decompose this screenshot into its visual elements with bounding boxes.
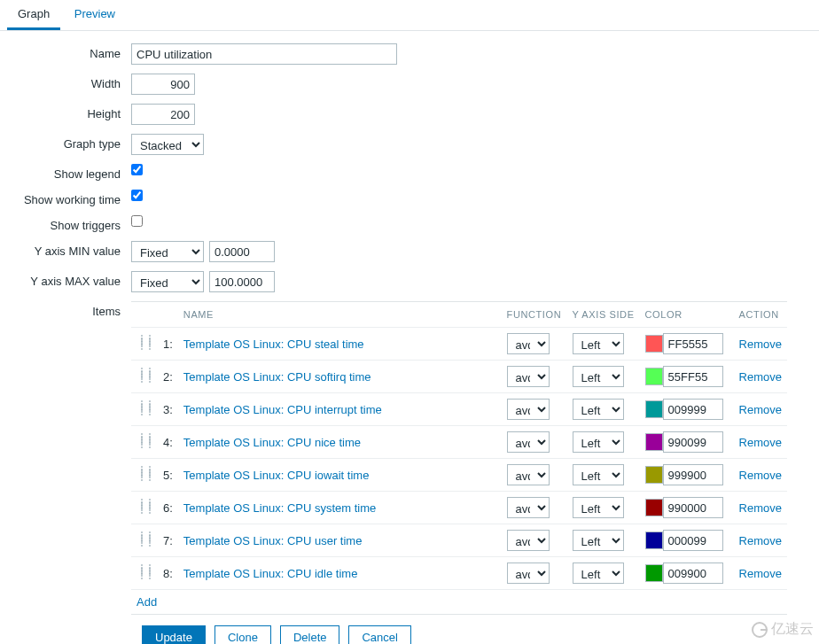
button-bar: Update Clone Delete Cancel — [0, 625, 819, 644]
color-swatch[interactable] — [645, 531, 663, 549]
color-swatch[interactable] — [645, 499, 663, 516]
label-name: Name — [0, 43, 131, 60]
yaxis-side-select[interactable]: Left — [573, 497, 624, 518]
remove-link[interactable]: Remove — [739, 436, 782, 449]
drag-handle-icon[interactable]: ⋮⋮⋮⋮⋮⋮ — [131, 524, 158, 557]
table-row: ⋮⋮⋮⋮⋮⋮8:Template OS Linux: CPU idle time… — [131, 557, 787, 590]
item-name-link[interactable]: Template OS Linux: CPU interrupt time — [183, 403, 382, 416]
add-item-link[interactable]: Add — [136, 595, 157, 609]
yaxis-side-select[interactable]: Left — [573, 366, 624, 387]
item-index: 1: — [158, 328, 178, 361]
item-name-link[interactable]: Template OS Linux: CPU system time — [183, 501, 376, 515]
tab-graph[interactable]: Graph — [7, 0, 60, 30]
label-show-legend: Show legend — [0, 164, 131, 181]
color-field[interactable] — [663, 333, 723, 354]
remove-link[interactable]: Remove — [739, 338, 782, 351]
color-swatch[interactable] — [645, 400, 663, 418]
color-field[interactable] — [663, 530, 723, 551]
cancel-button[interactable]: Cancel — [348, 625, 410, 644]
y-min-value-field[interactable] — [209, 241, 275, 262]
function-select[interactable]: avg — [507, 431, 550, 453]
remove-link[interactable]: Remove — [739, 501, 782, 515]
yaxis-side-select[interactable]: Left — [573, 530, 624, 551]
function-select[interactable]: avg — [507, 563, 550, 584]
header-function: FUNCTION — [502, 302, 567, 328]
yaxis-side-select[interactable]: Left — [573, 431, 624, 453]
yaxis-side-select[interactable]: Left — [573, 399, 624, 420]
remove-link[interactable]: Remove — [739, 469, 782, 482]
label-width: Width — [0, 74, 131, 90]
item-name-link[interactable]: Template OS Linux: CPU iowait time — [183, 469, 370, 482]
items-table-wrap: NAME FUNCTION Y AXIS SIDE COLOR ACTION ⋮… — [131, 301, 787, 615]
label-y-min: Y axis MIN value — [0, 241, 131, 258]
color-swatch[interactable] — [645, 433, 663, 451]
show-working-time-checkbox[interactable] — [131, 190, 143, 201]
item-name-link[interactable]: Template OS Linux: CPU softirq time — [183, 370, 371, 384]
drag-handle-icon[interactable]: ⋮⋮⋮⋮⋮⋮ — [131, 557, 158, 590]
drag-handle-icon[interactable]: ⋮⋮⋮⋮⋮⋮ — [131, 328, 158, 361]
delete-button[interactable]: Delete — [280, 625, 340, 644]
color-field[interactable] — [663, 399, 723, 420]
remove-link[interactable]: Remove — [739, 370, 782, 384]
color-swatch[interactable] — [645, 335, 663, 353]
tab-preview[interactable]: Preview — [64, 0, 126, 27]
drag-handle-icon[interactable]: ⋮⋮⋮⋮⋮⋮ — [131, 459, 158, 492]
color-swatch[interactable] — [645, 564, 663, 582]
drag-handle-icon[interactable]: ⋮⋮⋮⋮⋮⋮ — [131, 361, 158, 393]
function-select[interactable]: avg — [507, 333, 550, 354]
color-field[interactable] — [663, 497, 723, 518]
item-index: 7: — [158, 524, 178, 557]
header-action: ACTION — [734, 302, 787, 328]
items-table: NAME FUNCTION Y AXIS SIDE COLOR ACTION ⋮… — [131, 302, 787, 614]
function-select[interactable]: avg — [507, 497, 550, 518]
width-field[interactable] — [131, 74, 195, 95]
yaxis-side-select[interactable]: Left — [573, 464, 624, 485]
color-swatch[interactable] — [645, 466, 663, 484]
height-field[interactable] — [131, 104, 195, 125]
show-legend-checkbox[interactable] — [131, 164, 143, 175]
color-field[interactable] — [663, 464, 723, 485]
update-button[interactable]: Update — [142, 625, 206, 644]
clone-button[interactable]: Clone — [214, 625, 271, 644]
color-field[interactable] — [663, 431, 723, 453]
remove-link[interactable]: Remove — [739, 403, 782, 416]
remove-link[interactable]: Remove — [739, 567, 782, 580]
function-select[interactable]: avg — [507, 530, 550, 551]
graph-form: Name Width Height Graph type Stacked Sho… — [0, 31, 819, 644]
yaxis-side-select[interactable]: Left — [573, 333, 624, 354]
table-row: ⋮⋮⋮⋮⋮⋮4:Template OS Linux: CPU nice time… — [131, 426, 787, 459]
color-swatch[interactable] — [645, 368, 663, 385]
graph-type-select[interactable]: Stacked — [131, 134, 204, 155]
color-field[interactable] — [663, 563, 723, 584]
color-field[interactable] — [663, 366, 723, 387]
item-name-link[interactable]: Template OS Linux: CPU nice time — [183, 436, 361, 449]
item-index: 8: — [158, 557, 178, 590]
show-triggers-checkbox[interactable] — [131, 215, 143, 227]
table-row: ⋮⋮⋮⋮⋮⋮1:Template OS Linux: CPU steal tim… — [131, 328, 787, 361]
function-select[interactable]: avg — [507, 366, 550, 387]
function-select[interactable]: avg — [507, 464, 550, 485]
function-select[interactable]: avg — [507, 399, 550, 420]
item-index: 5: — [158, 459, 178, 492]
item-name-link[interactable]: Template OS Linux: CPU user time — [183, 534, 363, 547]
tab-bar: Graph Preview — [0, 0, 819, 31]
label-height: Height — [0, 104, 131, 120]
remove-link[interactable]: Remove — [739, 534, 782, 547]
y-min-mode-select[interactable]: Fixed — [131, 241, 204, 262]
yaxis-side-select[interactable]: Left — [573, 563, 624, 584]
watermark-icon — [752, 622, 768, 638]
y-max-mode-select[interactable]: Fixed — [131, 271, 204, 292]
drag-handle-icon[interactable]: ⋮⋮⋮⋮⋮⋮ — [131, 426, 158, 459]
watermark: 亿速云 — [752, 620, 814, 639]
label-y-max: Y axis MAX value — [0, 271, 131, 288]
label-graph-type: Graph type — [0, 134, 131, 151]
item-name-link[interactable]: Template OS Linux: CPU idle time — [183, 567, 358, 580]
label-items: Items — [0, 301, 131, 318]
name-field[interactable] — [131, 43, 397, 65]
item-index: 4: — [158, 426, 178, 459]
drag-handle-icon[interactable]: ⋮⋮⋮⋮⋮⋮ — [131, 492, 158, 524]
header-name: NAME — [178, 302, 502, 328]
item-name-link[interactable]: Template OS Linux: CPU steal time — [183, 338, 364, 351]
y-max-value-field[interactable] — [209, 271, 275, 292]
drag-handle-icon[interactable]: ⋮⋮⋮⋮⋮⋮ — [131, 393, 158, 426]
